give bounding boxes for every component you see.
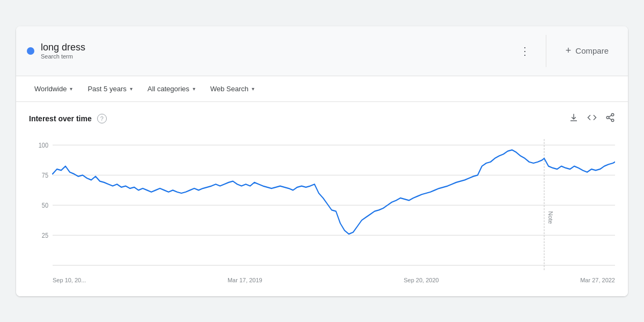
search-term-block: long dress Search term ⋮ <box>27 42 535 60</box>
time-chevron: ▾ <box>130 86 133 92</box>
svg-text:75: 75 <box>42 171 48 179</box>
embed-icon[interactable] <box>587 113 597 125</box>
main-container: long dress Search term ⋮ + Compare World… <box>16 26 628 296</box>
search-type-label: Web Search <box>210 85 248 93</box>
compare-button[interactable]: + Compare <box>557 41 617 61</box>
help-icon[interactable]: ? <box>97 114 107 123</box>
search-type-chevron: ▾ <box>252 86 254 92</box>
compare-plus-icon: + <box>566 45 572 56</box>
filter-bar: Worldwide ▾ Past 5 years ▾ All categorie… <box>16 76 628 102</box>
svg-text:25: 25 <box>42 231 48 239</box>
category-chevron: ▾ <box>193 86 195 92</box>
chart-actions <box>569 113 615 125</box>
search-term-name: long dress <box>41 42 85 53</box>
term-color-dot <box>27 47 34 55</box>
x-label-1: Sep 10, 20... <box>53 277 86 283</box>
filter-search-type[interactable]: Web Search ▾ <box>203 82 262 96</box>
category-label: All categories <box>148 85 189 93</box>
more-options-icon[interactable]: ⋮ <box>515 42 535 60</box>
location-chevron: ▾ <box>70 86 72 92</box>
svg-text:50: 50 <box>42 201 49 209</box>
search-term-label: Search term <box>41 53 85 60</box>
compare-label: Compare <box>575 46 609 55</box>
vertical-divider <box>546 35 546 67</box>
svg-text:Note: Note <box>547 211 553 224</box>
filter-category[interactable]: All categories ▾ <box>140 82 203 96</box>
svg-point-1 <box>606 116 609 119</box>
filter-location[interactable]: Worldwide ▾ <box>27 82 80 96</box>
svg-text:100: 100 <box>39 141 49 149</box>
svg-point-2 <box>611 119 614 122</box>
share-icon[interactable] <box>605 113 615 125</box>
download-icon[interactable] <box>569 113 579 125</box>
time-label: Past 5 years <box>87 85 126 93</box>
chart-svg: 100 75 50 25 Note <box>29 133 615 283</box>
chart-title-group: Interest over time ? <box>29 114 107 123</box>
filter-time[interactable]: Past 5 years ▾ <box>80 82 140 96</box>
chart-area: 100 75 50 25 Note Sep 10, 20... Mar 17, … <box>29 133 615 283</box>
search-term-text: long dress Search term <box>41 42 85 60</box>
x-axis: Sep 10, 20... Mar 17, 2019 Sep 20, 2020 … <box>53 277 615 283</box>
chart-section: Interest over time ? <box>16 102 628 296</box>
x-label-2: Mar 17, 2019 <box>228 277 262 283</box>
x-label-4: Mar 27, 2022 <box>580 277 615 283</box>
chart-title: Interest over time <box>29 114 92 123</box>
search-bar: long dress Search term ⋮ + Compare <box>16 26 628 76</box>
chart-header: Interest over time ? <box>29 113 615 125</box>
svg-point-0 <box>611 113 614 116</box>
location-label: Worldwide <box>34 85 67 93</box>
x-label-3: Sep 20, 2020 <box>404 277 438 283</box>
